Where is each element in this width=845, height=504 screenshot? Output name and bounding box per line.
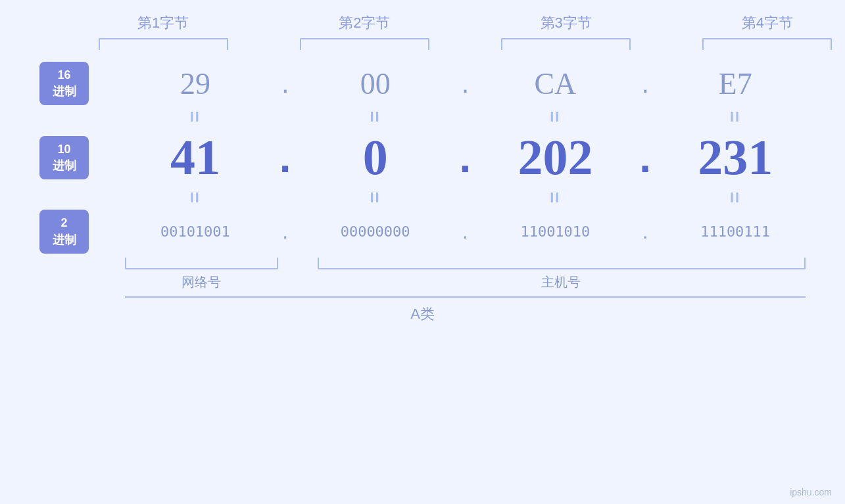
hex-dot2: . bbox=[446, 69, 485, 99]
dec-b2-cell: 0 bbox=[305, 129, 446, 186]
eq1-b4: II bbox=[730, 108, 740, 126]
sep2 bbox=[446, 13, 485, 50]
hex-b4: E7 bbox=[719, 66, 752, 101]
watermark: ipshu.com bbox=[790, 487, 832, 497]
dec-label-col: 10 进制 bbox=[39, 136, 125, 179]
sep1 bbox=[244, 13, 283, 50]
hex-b1: 29 bbox=[180, 66, 210, 101]
eq2-b4: II bbox=[730, 189, 740, 206]
byte1-bracket-top bbox=[99, 38, 228, 50]
byte3-bracket-top bbox=[501, 38, 631, 50]
hex-dot3: . bbox=[625, 69, 665, 99]
eq-row-1: II II II II bbox=[39, 105, 806, 129]
bottom-bracket-row bbox=[39, 258, 806, 269]
bottom-line-row bbox=[39, 296, 806, 298]
byte2-header: 第2字节 bbox=[283, 13, 445, 50]
eq1-b2: II bbox=[370, 108, 381, 126]
bin-b4-cell: 11100111 bbox=[665, 223, 806, 240]
bin-dot3: . bbox=[625, 219, 665, 244]
dec-b4: 231 bbox=[698, 129, 773, 186]
eq2-b2: II bbox=[370, 189, 381, 206]
byte1-header: 第1字节 bbox=[82, 13, 244, 50]
eq2-b3: II bbox=[550, 189, 560, 206]
hex-b1-cell: 29 bbox=[125, 66, 266, 101]
bottom-line bbox=[125, 296, 806, 298]
dec-b1-cell: 41 bbox=[125, 129, 266, 186]
sep3 bbox=[647, 13, 687, 50]
dec-b2: 0 bbox=[363, 129, 388, 186]
dec-b4-cell: 231 bbox=[665, 129, 806, 186]
bin-badge: 2 进制 bbox=[39, 210, 89, 253]
hex-b3: CA bbox=[534, 66, 576, 101]
bin-row: 2 进制 00101001 . 00000000 . 11001010 . 11… bbox=[39, 210, 806, 253]
header-row: 第1字节 第2字节 第3字节 第4字节 bbox=[82, 13, 845, 50]
network-bracket bbox=[125, 258, 278, 269]
dec-dot3: . bbox=[625, 133, 665, 182]
host-bracket bbox=[318, 258, 806, 269]
dec-badge: 10 进制 bbox=[39, 136, 89, 179]
hex-b4-cell: E7 bbox=[665, 66, 806, 101]
bin-b1: 00101001 bbox=[160, 223, 230, 240]
byte2-bracket-top bbox=[300, 38, 429, 50]
dec-b3: 202 bbox=[518, 129, 592, 186]
host-label: 主机号 bbox=[316, 273, 806, 291]
bin-label-col: 2 进制 bbox=[39, 210, 125, 253]
main-container: 第1字节 第2字节 第3字节 第4字节 16 进制 29 . bbox=[0, 0, 845, 504]
bin-b3-cell: 11001010 bbox=[485, 223, 626, 240]
dec-dot2: . bbox=[446, 133, 485, 182]
byte4-label: 第4字节 bbox=[742, 13, 793, 33]
byte3-header: 第3字节 bbox=[485, 13, 647, 50]
eq-row-2: II II II II bbox=[39, 186, 806, 210]
hex-label-col: 16 进制 bbox=[39, 62, 125, 105]
bin-dot2: . bbox=[446, 219, 485, 244]
bin-b1-cell: 00101001 bbox=[125, 223, 266, 240]
bin-b2: 00000000 bbox=[341, 223, 410, 240]
class-row: A类 bbox=[39, 304, 806, 324]
byte4-header: 第4字节 bbox=[687, 13, 845, 50]
bin-b2-cell: 00000000 bbox=[305, 223, 446, 240]
byte1-label: 第1字节 bbox=[137, 13, 189, 33]
eq1-b1: II bbox=[190, 108, 201, 126]
network-label: 网络号 bbox=[125, 273, 277, 291]
hex-b2: 00 bbox=[360, 66, 391, 101]
bin-b4: 11100111 bbox=[700, 223, 770, 240]
dec-row: 10 进制 41 . 0 . 202 . 231 bbox=[39, 129, 806, 186]
bin-b3: 11001010 bbox=[520, 223, 590, 240]
eq2-b1: II bbox=[190, 189, 201, 206]
hex-badge: 16 进制 bbox=[39, 62, 89, 105]
eq1-b3: II bbox=[550, 108, 560, 126]
byte4-bracket-top bbox=[702, 38, 832, 50]
bin-dot1: . bbox=[266, 219, 305, 244]
dec-b3-cell: 202 bbox=[485, 129, 626, 186]
hex-row: 16 进制 29 . 00 . CA . E7 bbox=[39, 62, 806, 105]
byte3-label: 第3字节 bbox=[541, 13, 592, 33]
hex-b3-cell: CA bbox=[485, 66, 626, 101]
class-label: A类 bbox=[410, 306, 435, 322]
byte2-label: 第2字节 bbox=[339, 13, 390, 33]
hex-b2-cell: 00 bbox=[305, 66, 446, 101]
bracket-labels-row: 网络号 主机号 bbox=[39, 273, 806, 291]
dec-dot1: . bbox=[266, 133, 305, 182]
hex-dot1: . bbox=[266, 69, 305, 99]
dec-b1: 41 bbox=[170, 129, 220, 186]
